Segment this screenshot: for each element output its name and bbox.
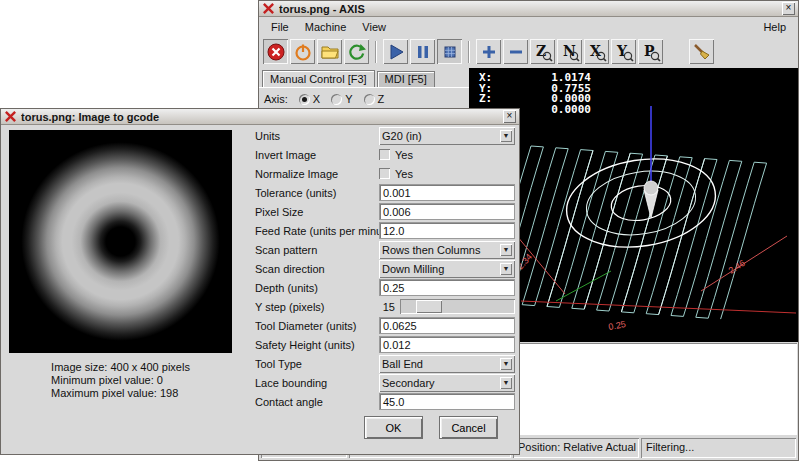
safety-height-input[interactable]: 0.012 <box>379 336 515 353</box>
cancel-button[interactable]: Cancel <box>439 416 498 439</box>
lace-bounding-select[interactable]: Secondary ▼ <box>379 374 515 392</box>
field-label: Lace bounding <box>255 377 379 389</box>
tab-manual-control[interactable]: Manual Control [F3] <box>262 70 375 87</box>
radio-icon <box>364 94 375 105</box>
tool-diameter-input[interactable]: 0.0625 <box>379 317 515 334</box>
zoom-out-button[interactable] <box>503 39 528 64</box>
close-icon[interactable]: × <box>782 2 795 15</box>
normalize-image-checkbox[interactable] <box>379 168 390 179</box>
scan-pattern-select[interactable]: Rows then Columns ▼ <box>379 241 515 259</box>
view-z-icon: Z <box>533 42 553 62</box>
dialog-title: torus.png: Image to gcode <box>21 111 499 123</box>
estop-button[interactable] <box>263 39 288 64</box>
ok-button[interactable]: OK <box>364 416 423 439</box>
tolerance-input[interactable]: 0.001 <box>379 184 515 201</box>
form-row: Tolerance (units) 0.001 <box>255 183 515 202</box>
dimension-right-label: 2.46 <box>727 258 747 276</box>
form-row: Scan direction Down Milling ▼ <box>255 259 515 278</box>
radio-icon <box>299 94 310 105</box>
field-label: Depth (units) <box>255 282 379 294</box>
menu-help[interactable]: Help <box>755 19 794 35</box>
depth-input[interactable]: 0.25 <box>379 279 515 296</box>
y-step-value: 15 <box>379 301 395 313</box>
view-x-icon: X <box>587 42 607 62</box>
invert-image-checkbox[interactable] <box>379 149 390 160</box>
max-pixel-text: Maximum pixel value: 198 <box>51 387 190 400</box>
svg-text:P: P <box>644 43 655 59</box>
menu-file[interactable]: File <box>263 19 297 35</box>
pixel-size-input[interactable]: 0.006 <box>379 203 515 220</box>
field-label: Tolerance (units) <box>255 187 379 199</box>
field-label: Scan direction <box>255 263 379 275</box>
axis-label: Axis: <box>264 93 288 105</box>
axis-radio-y[interactable]: Y <box>331 93 352 105</box>
form-row: Units G20 (in) ▼ <box>255 126 515 145</box>
field-label: Invert Image <box>255 149 379 161</box>
menubar: File Machine View Help <box>259 17 798 36</box>
chevron-down-icon: ▼ <box>500 358 512 370</box>
axis-radio-x[interactable]: X <box>299 93 320 105</box>
status-filtering: Filtering... <box>641 438 796 458</box>
dialog-titlebar[interactable]: torus.png: Image to gcode × <box>1 109 519 125</box>
dimension-depth: 0.25 <box>608 319 627 332</box>
zoom-in-button[interactable] <box>476 39 501 64</box>
x-axis-line <box>521 301 796 313</box>
view-rotated-top-button[interactable]: N <box>557 39 582 64</box>
estop-icon <box>266 42 286 62</box>
menu-machine[interactable]: Machine <box>297 19 355 35</box>
toolbar: Z N X Y <box>259 36 798 67</box>
view-perspective-button[interactable]: P <box>638 39 663 64</box>
view-z-rotated-icon: N <box>560 42 580 62</box>
radio-icon <box>331 94 342 105</box>
close-icon[interactable]: × <box>503 110 516 123</box>
stop-button[interactable] <box>437 39 462 64</box>
machine-power-button[interactable] <box>290 39 315 64</box>
field-label: Contact angle <box>255 396 379 408</box>
toolbar-separator <box>375 41 377 63</box>
chevron-down-icon: ▼ <box>500 130 512 142</box>
plus-icon <box>479 42 499 62</box>
dialog-buttons: OK Cancel <box>1 416 498 439</box>
y-axis-line <box>556 271 611 301</box>
axis-window-title: torus.png - AXIS <box>279 3 778 15</box>
form-row: Y step (pixels) 15 <box>255 297 515 316</box>
contact-angle-input[interactable]: 45.0 <box>379 393 515 410</box>
svg-text:N: N <box>563 43 576 59</box>
scan-direction-select[interactable]: Down Milling ▼ <box>379 260 515 278</box>
folder-icon <box>320 42 340 62</box>
y-step-slider[interactable] <box>400 299 515 314</box>
view-top-button[interactable]: Z <box>530 39 555 64</box>
run-button[interactable] <box>383 39 408 64</box>
tool-type-select[interactable]: Ball End ▼ <box>379 355 515 373</box>
x11-logo-icon <box>4 110 17 123</box>
svg-text:Y: Y <box>616 43 628 59</box>
form-row: Feed Rate (units per minute) 12.0 <box>255 221 515 240</box>
feed-rate-input[interactable]: 12.0 <box>379 222 515 239</box>
view-side-button[interactable]: X <box>584 39 609 64</box>
form-row: Safety Height (units) 0.012 <box>255 335 515 354</box>
pause-button[interactable] <box>410 39 435 64</box>
menu-view[interactable]: View <box>354 19 394 35</box>
x11-logo-icon <box>262 2 275 15</box>
units-select[interactable]: G20 (in) ▼ <box>379 127 515 145</box>
slider-thumb[interactable] <box>416 300 442 313</box>
reload-icon <box>347 42 367 62</box>
field-label: Safety Height (units) <box>255 339 379 351</box>
field-label: Tool Type <box>255 358 379 370</box>
chevron-down-icon: ▼ <box>500 244 512 256</box>
tab-mdi[interactable]: MDI [F5] <box>377 71 435 87</box>
reload-button[interactable] <box>344 39 369 64</box>
checkbox-label: Yes <box>395 168 413 180</box>
clear-plot-button[interactable] <box>689 39 714 64</box>
dimension-depth-label: 0.25 <box>608 319 627 332</box>
view-front-button[interactable]: Y <box>611 39 636 64</box>
field-label: Y step (pixels) <box>255 301 379 313</box>
axis-radio-z[interactable]: Z <box>364 93 385 105</box>
chevron-down-icon: ▼ <box>500 263 512 275</box>
open-file-button[interactable] <box>317 39 342 64</box>
axis-titlebar[interactable]: torus.png - AXIS × <box>259 1 798 17</box>
image-to-gcode-dialog: torus.png: Image to gcode × Image size: … <box>0 108 520 455</box>
stop-icon <box>440 42 460 62</box>
tab-bar: Manual Control [F3] MDI [F5] <box>259 68 469 87</box>
field-label: Feed Rate (units per minute) <box>255 225 379 237</box>
